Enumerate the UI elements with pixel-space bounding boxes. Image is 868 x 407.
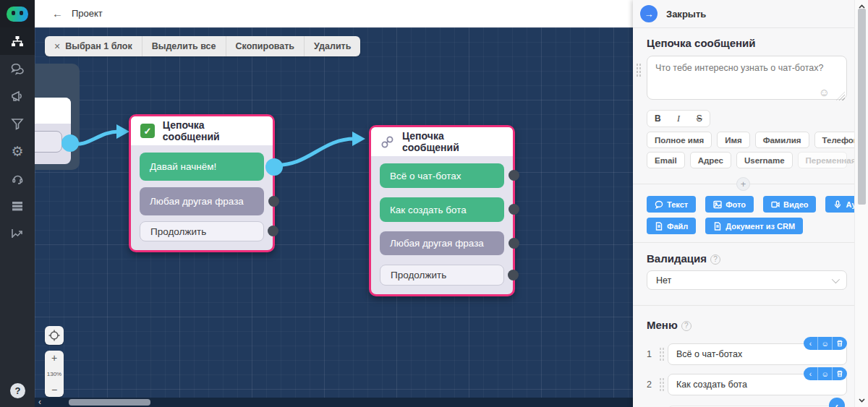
selection-count[interactable]: × Выбран 1 блок [45,36,142,56]
node-2-body: Всё о чат-ботах Как создать бота Любая д… [371,156,513,294]
attach-audio-button[interactable]: Аудио [825,196,854,213]
sidebar-item-settings[interactable]: ⚙ [0,137,35,165]
scroll-thumb[interactable] [858,9,866,205]
node-2-button-2[interactable]: Как создать бота [380,197,504,222]
menu-help-icon[interactable]: ? [681,321,692,331]
back-arrow-icon[interactable]: ← [52,7,63,20]
sidebar-item-analytics[interactable] [0,220,35,247]
node-2-port-3[interactable] [509,238,519,249]
attach-file-button[interactable]: Файл [647,218,696,234]
sidebar-item-support[interactable] [0,165,35,192]
sidebar-item-broadcasts[interactable] [0,82,35,110]
zoom-widget: + 130% − [45,351,64,397]
node-1-button-3[interactable]: Продолжить [140,221,264,241]
variable-chip-email[interactable]: Email [647,152,685,168]
sidebar-item-funnels[interactable] [0,110,35,137]
node-2-port-1[interactable] [509,170,519,181]
variable-chip-address[interactable]: Адрес [690,152,731,168]
close-panel-button[interactable]: → [640,5,658,22]
node-2-button-4[interactable]: Продолжить [380,265,504,286]
node-message-chain-2[interactable]: Цепочка сообщений Всё о чат-ботах Как со… [369,125,515,296]
attach-video-button[interactable]: Видео [763,196,817,213]
italic-button[interactable]: I [668,111,689,127]
delete-row-button[interactable] [833,337,847,350]
connection-2[interactable] [274,139,354,165]
node-2-button-2-label: Как создать бота [390,205,467,215]
panel-section-title: Цепочка сообщений [647,37,847,49]
panel-scrollbar[interactable] [854,0,868,407]
node-2-header[interactable]: Цепочка сообщений [371,127,513,156]
bold-button[interactable]: B [647,111,668,127]
attach-photo-label: Фото [726,200,746,209]
variable-chip-phone[interactable]: Телефон [814,132,854,148]
sidebar-item-dialogs[interactable] [0,55,35,82]
select-all-button[interactable]: Выделить все [142,36,226,56]
variable-chip-username[interactable]: Username [736,152,793,168]
checkbox-icon[interactable]: ✓ [140,124,155,138]
scroll-down-icon[interactable] [857,395,867,405]
variable-chip-lastname[interactable]: Фамилия [755,132,809,148]
variable-chip-name[interactable]: Имя [717,132,749,148]
node-1-port-1[interactable] [265,158,283,176]
node-2-button-1[interactable]: Всё о чат-ботах [380,163,504,188]
drag-handle-icon[interactable] [636,63,641,77]
drag-handle-icon[interactable] [659,377,664,392]
gear-icon: ⚙ [11,145,23,158]
validation-select[interactable]: Нет [647,270,847,290]
node-2-button-3-label: Любая другая фраза [390,238,484,249]
node-2-port-4[interactable] [508,270,519,280]
attach-crm-doc-button[interactable]: Документ из CRM [705,218,803,234]
help-button[interactable]: ? [10,383,25,398]
node-2-port-2[interactable] [509,204,519,215]
emoji-picker-icon[interactable]: ☺ [819,86,830,98]
attach-text-button[interactable]: Текст [647,196,696,213]
validation-help-icon[interactable]: ? [710,254,720,265]
close-icon[interactable]: × [54,40,60,52]
node-1-port-2[interactable] [268,196,279,207]
strikethrough-button[interactable]: S [689,111,710,127]
app-logo[interactable] [0,0,35,27]
trash-icon [836,340,843,347]
drag-handle-icon[interactable] [659,347,664,361]
emoji-button[interactable]: ☺ [818,337,833,350]
horizontal-scrollbar[interactable]: ‹ [35,398,633,407]
divider [633,242,854,243]
microphone-icon [833,200,842,209]
fit-view-button[interactable] [45,326,64,345]
message-textarea[interactable]: Что тебе интересно узнать о чат-ботах? [647,56,847,100]
variable-chip-fullname[interactable]: Полное имя [647,132,712,148]
close-panel-label[interactable]: Закрыть [666,9,706,20]
sidebar-item-flows[interactable] [0,27,35,55]
horizontal-scroll-thumb[interactable] [69,399,150,406]
menu-row-1-actions: ‹ ☺ [804,337,847,350]
link-target-button[interactable]: ‹ [804,367,818,380]
menu-row-1-number: 1 [647,349,657,359]
node-1-header[interactable]: ✓ Цепочка сообщений [131,116,273,145]
node-1-port-3[interactable] [268,226,278,236]
node-1-button-2[interactable]: Любая другая фраза [140,187,264,215]
copy-button[interactable]: Скопировать [226,36,305,56]
flow-canvas[interactable]: × Выбран 1 блок Выделить все Скопировать… [35,27,633,407]
variable-chip-custom[interactable]: Переменная [798,152,847,168]
emoji-button[interactable]: ☺ [818,367,833,380]
link-target-button[interactable]: ‹ [804,337,818,350]
scroll-left-icon[interactable]: ‹ [38,398,41,407]
chevron-down-icon [832,275,840,283]
link-target-button[interactable]: ‹ [829,398,845,407]
zoom-out-button[interactable]: − [51,385,57,395]
add-block-button[interactable]: + [736,177,750,191]
delete-row-button[interactable] [833,367,847,380]
node-2-button-3[interactable]: Любая другая фраза [380,231,504,255]
ghost-output-port[interactable] [61,134,79,152]
delete-button[interactable]: Удалить [305,36,360,56]
zoom-level: 130% [47,371,61,377]
add-block-divider: + [647,177,847,191]
sidebar-item-data[interactable] [0,192,35,220]
attach-audio-label: Аудио [846,200,854,209]
zoom-in-button[interactable]: + [51,353,57,363]
selection-toolbar: × Выбран 1 блок Выделить все Скопировать… [45,36,360,56]
node-1-button-1[interactable]: Давай начнём! [140,153,264,181]
attach-photo-button[interactable]: Фото [705,196,754,213]
project-breadcrumb[interactable]: Проект [72,8,103,19]
node-message-chain-1[interactable]: ✓ Цепочка сообщений Давай начнём! Любая … [129,114,275,252]
